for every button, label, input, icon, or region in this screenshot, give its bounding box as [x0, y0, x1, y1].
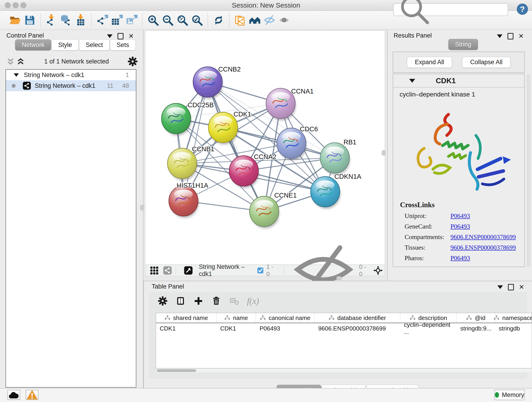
delete-column-icon[interactable]: [211, 296, 221, 306]
cdk1-section-header[interactable]: CDK1: [393, 74, 524, 88]
tab-string[interactable]: String: [448, 39, 478, 50]
panel-float-icon[interactable]: [508, 284, 514, 290]
zoom-fit-icon[interactable]: [175, 13, 190, 27]
network-graph[interactable]: CCNB2 CCNA1 CDC25B C: [146, 31, 385, 264]
import-network-icon[interactable]: [44, 13, 59, 27]
status-bar: Memory: [0, 388, 532, 402]
crosslink-link[interactable]: P06493: [450, 212, 470, 220]
tab-select[interactable]: Select: [79, 39, 109, 51]
expand-triangle-icon[interactable]: [14, 73, 19, 77]
zoom-in-icon[interactable]: [146, 13, 160, 27]
panel-collapse-icon[interactable]: [497, 285, 503, 289]
refresh-icon[interactable]: [211, 13, 226, 27]
collapse-all-icon[interactable]: [6, 56, 16, 66]
panel-close-icon[interactable]: ✕: [128, 34, 134, 39]
export-image-icon[interactable]: [124, 13, 139, 27]
column-header-canonical-name[interactable]: canonical name: [256, 313, 315, 323]
search-input[interactable]: [430, 5, 508, 14]
table-cell[interactable]: stringdb: [495, 323, 532, 334]
export-network-icon[interactable]: [95, 13, 109, 27]
table-cell[interactable]: CDK1: [216, 323, 256, 334]
network-node-CDK1[interactable]: CDK1: [208, 110, 251, 144]
help-button[interactable]: ?: [516, 3, 529, 16]
show-all-icon[interactable]: [277, 13, 291, 27]
save-session-icon[interactable]: [22, 13, 37, 27]
column-header-database-identifier[interactable]: database identifier: [315, 313, 400, 323]
panel-float-icon[interactable]: [118, 33, 123, 39]
collection-row[interactable]: String Network – cdk1 1: [6, 70, 136, 80]
column-header-@id[interactable]: @id: [457, 313, 495, 323]
fit-content-icon[interactable]: [373, 265, 383, 275]
network-node-CCNB2[interactable]: CCNB2: [193, 65, 241, 99]
panel-close-icon[interactable]: ✕: [519, 285, 524, 290]
table-cell[interactable]: 9606.ENSP00000378699: [315, 323, 400, 334]
section-collapse-icon[interactable]: [409, 79, 415, 83]
add-column-icon[interactable]: [193, 296, 203, 306]
network-node-CDC6[interactable]: CDC6: [277, 125, 318, 160]
tab-sets[interactable]: Sets: [110, 39, 136, 51]
houses-icon[interactable]: [247, 13, 262, 27]
table-cell[interactable]: cyclin–dependent ...: [400, 323, 457, 334]
table-row[interactable]: CDK1CDK1P064939606.ENSP00000378699cyclin…: [156, 323, 532, 334]
column-header-namespace[interactable]: namespace: [495, 313, 532, 323]
import-table-icon[interactable]: [73, 13, 88, 27]
memory-label: Memory: [502, 391, 524, 399]
table-cell[interactable]: CDK1: [156, 323, 216, 334]
right-splitter-handle[interactable]: [382, 150, 386, 156]
crosslink-link[interactable]: 9606.ENSP00000378699: [450, 244, 516, 251]
warnings-button[interactable]: [26, 390, 38, 400]
table-settings-icon[interactable]: [158, 296, 168, 306]
network-badge-icon[interactable]: [163, 266, 172, 275]
cloud-icon: [8, 389, 20, 401]
selected-checkbox-icon[interactable]: [257, 267, 264, 274]
panel-collapse-icon[interactable]: [107, 34, 113, 38]
grid-view-icon[interactable]: [150, 266, 159, 275]
hide-selected-icon[interactable]: [262, 13, 277, 27]
birdseye-icon[interactable]: [184, 266, 193, 275]
panel-close-icon[interactable]: ✕: [519, 34, 524, 39]
table-hscrollbar[interactable]: [156, 369, 532, 372]
control-panel: Control Panel ✕ NetworkStyleSelectSets 1…: [0, 30, 143, 388]
table-cell[interactable]: P06493: [256, 323, 315, 334]
network-node-HIST1H1A[interactable]: HIST1H1A: [169, 182, 209, 218]
memory-button[interactable]: Memory: [494, 390, 525, 400]
network-node-CDC25B[interactable]: CDC25B: [162, 101, 214, 135]
panel-collapse-icon[interactable]: [497, 34, 502, 38]
column-header-name[interactable]: name: [216, 313, 256, 323]
network-canvas[interactable]: CCNB2 CCNA1 CDC25B C: [145, 31, 385, 265]
network-node-CDKN1A[interactable]: CDKN1A: [311, 173, 361, 209]
zoom-selected-icon[interactable]: [190, 13, 204, 27]
network-node-CCNB1[interactable]: CCNB1: [167, 145, 215, 180]
results-scrollbar[interactable]: [527, 75, 530, 267]
left-splitter-handle[interactable]: [140, 205, 144, 211]
import-database-icon[interactable]: [59, 13, 73, 27]
tab-network[interactable]: Network: [15, 39, 51, 51]
collapse-all-button[interactable]: Collapse All: [462, 57, 510, 68]
open-session-icon[interactable]: [8, 13, 22, 27]
show-columns-icon[interactable]: [176, 296, 186, 306]
expand-all-button[interactable]: Expand All: [407, 57, 452, 68]
network-node-CCNA2[interactable]: CCNA2: [229, 153, 276, 188]
cloud-button[interactable]: [7, 390, 20, 400]
network-node-CCNA1[interactable]: CCNA1: [266, 88, 314, 120]
gear-icon[interactable]: [127, 56, 138, 67]
crosslink-link[interactable]: 9606.ENSP00000378699: [450, 233, 516, 241]
crosslink-link[interactable]: P06493: [450, 254, 470, 262]
bottom-splitter-handle[interactable]: [336, 276, 342, 280]
svg-text:CDK1: CDK1: [234, 110, 251, 118]
network-status-dot: [12, 84, 16, 88]
zoom-out-icon[interactable]: [160, 13, 175, 27]
table-cell[interactable]: stringdb:9...: [457, 323, 495, 334]
svg-text:RB1: RB1: [343, 138, 356, 146]
column-header-shared-name[interactable]: shared name: [156, 313, 216, 323]
expand-all-icon[interactable]: [16, 56, 26, 66]
export-table-icon[interactable]: [109, 13, 124, 27]
network-row[interactable]: String Network – cdk1 11 48: [6, 80, 136, 91]
network-node-RB1[interactable]: RB1: [320, 138, 356, 175]
tab-style[interactable]: Style: [51, 39, 79, 51]
network-icon: [22, 81, 31, 90]
clone-network-icon[interactable]: [233, 13, 247, 27]
crosslink-link[interactable]: P06493: [450, 223, 470, 230]
table-hscroll-thumb[interactable]: [157, 369, 196, 372]
panel-float-icon[interactable]: [507, 33, 513, 39]
